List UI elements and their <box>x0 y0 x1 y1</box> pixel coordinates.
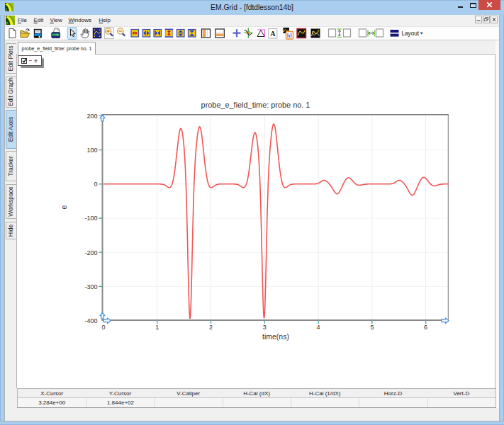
svg-text:200: 200 <box>86 113 97 120</box>
svg-text:2: 2 <box>209 324 213 331</box>
svg-text:probe_e_field_time: probe no.: probe_e_field_time: probe no. 1 <box>201 101 310 109</box>
svg-text:0: 0 <box>94 181 97 188</box>
svg-text:100: 100 <box>86 147 97 154</box>
svg-text:6: 6 <box>424 324 427 331</box>
svg-text:5: 5 <box>370 324 374 331</box>
svg-text:4: 4 <box>317 324 320 331</box>
svg-text:-400: -400 <box>84 317 97 324</box>
svg-text:e: e <box>60 205 68 209</box>
svg-text:-200: -200 <box>84 249 97 256</box>
svg-text:3: 3 <box>263 324 267 331</box>
svg-text:time(ns): time(ns) <box>262 332 289 341</box>
svg-text:1: 1 <box>155 324 159 331</box>
svg-text:-100: -100 <box>84 215 97 222</box>
svg-text:-300: -300 <box>84 283 97 290</box>
svg-text:0: 0 <box>101 324 105 331</box>
